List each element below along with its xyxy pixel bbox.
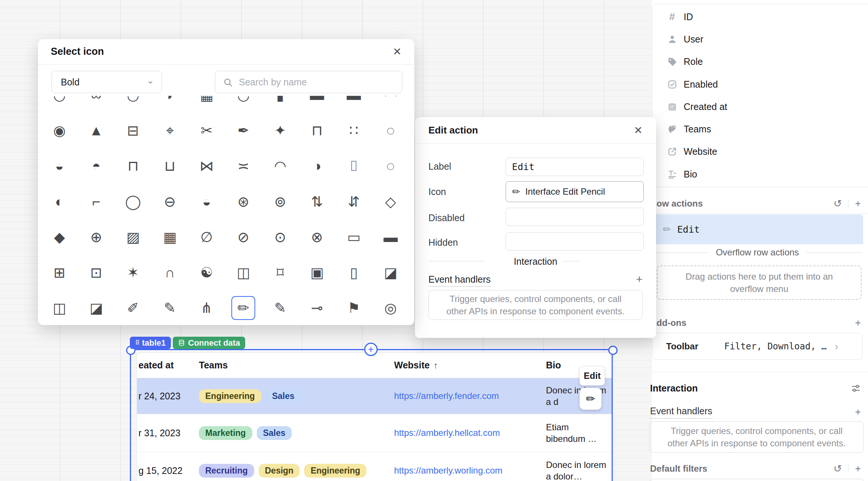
icon-rect-outline[interactable]: ▭ xyxy=(335,219,372,255)
reset-row-actions-button[interactable]: ↺ xyxy=(834,199,842,209)
icon-circle-right[interactable]: ◗ xyxy=(152,96,188,113)
icon-card-plus[interactable]: ⊞ xyxy=(41,255,78,290)
icon-pin[interactable]: ⚑ xyxy=(335,290,372,320)
icon-jar-alt[interactable]: ⊗ xyxy=(299,219,335,255)
row-action-item-edit[interactable]: ✏ Edit xyxy=(652,214,863,244)
icon-search-field[interactable] xyxy=(215,71,402,93)
column-item-teams[interactable]: Teams xyxy=(653,118,868,140)
icon-diamond-fill[interactable]: ◆ xyxy=(41,219,78,255)
add-row-action-button[interactable]: + xyxy=(855,199,861,209)
icon-jar[interactable]: ⊙ xyxy=(262,219,299,255)
icon-pen[interactable]: ✎ xyxy=(262,290,299,320)
sort-ascending-icon[interactable]: ↑ xyxy=(433,360,438,371)
row-edit-button[interactable]: ✏ xyxy=(580,388,602,410)
label-field-input[interactable] xyxy=(506,158,644,176)
icon-search-key[interactable]: ◎ xyxy=(372,290,409,320)
website-link[interactable]: https://amberly.worling.com xyxy=(394,465,502,475)
icon-eject[interactable]: ▲ xyxy=(78,113,115,148)
column-item-role[interactable]: Role xyxy=(653,51,868,73)
column-item-created-at[interactable]: Created at xyxy=(653,95,868,118)
icon-circle-quarter[interactable]: ◠ xyxy=(262,148,299,184)
column-header-created-at[interactable]: eated at xyxy=(137,360,199,371)
icon-leaf-off[interactable]: ⊘ xyxy=(225,219,262,255)
icon-diamond-drop[interactable]: ◇ xyxy=(372,184,409,219)
icon-arc-top[interactable]: ◠ xyxy=(372,96,409,113)
icon-fountain-pens[interactable]: ⋔ xyxy=(188,290,225,320)
column-item-bio[interactable]: Bio xyxy=(653,163,868,185)
icon-palette[interactable]: ☯ xyxy=(188,255,225,290)
component-name-badge[interactable]: ⠿ table1 xyxy=(130,337,171,349)
icon-corner-dotted[interactable]: ⌐ xyxy=(78,184,115,219)
icon-brush[interactable]: ✎ xyxy=(152,290,188,320)
icon-flip-vertical[interactable]: ⇵ xyxy=(335,184,372,219)
icon-pen-tilt[interactable]: ✐ xyxy=(115,290,152,320)
icon-magnet[interactable]: ∩ xyxy=(152,255,188,290)
icon-select-filled[interactable]: ▣ xyxy=(299,255,335,290)
toolbar-addon-row[interactable]: Toolbar Filter, Download, … › xyxy=(652,333,862,360)
icon-glue-bottle[interactable]: ⊕ xyxy=(78,219,115,255)
icon-circle-minus[interactable]: ⊖ xyxy=(152,184,188,219)
icon-circle-outline[interactable]: ◯ xyxy=(115,184,152,219)
icon-clipboard-copy[interactable]: ⊟ xyxy=(115,113,152,148)
icon-field-input[interactable]: ✏ Interface Edit Pencil xyxy=(506,181,644,202)
hidden-field-input[interactable] xyxy=(506,232,644,251)
icon-rings[interactable]: ⊚ xyxy=(262,184,299,219)
icon-contrast[interactable]: ◐ xyxy=(41,184,78,219)
icon-half-donut-filled[interactable]: ◓ xyxy=(78,148,115,184)
overflow-drop-zone[interactable]: Drag actions here to put them into an ov… xyxy=(657,265,862,300)
connect-data-badge[interactable]: Connect data xyxy=(173,337,245,349)
icon-sparkle[interactable]: ✶ xyxy=(115,255,152,290)
icon-infinity[interactable]: ∞ xyxy=(78,96,115,113)
column-item-enabled[interactable]: Enabled xyxy=(653,73,868,95)
icon-rect-fill[interactable]: ▬ xyxy=(372,219,409,255)
icon-bracket-filled[interactable]: ⊔ xyxy=(152,148,188,184)
icon-merge-horizontal[interactable]: ⋈ xyxy=(188,148,225,184)
search-input[interactable] xyxy=(238,76,394,88)
icon-key[interactable]: ⊸ xyxy=(299,290,335,320)
add-filter-button[interactable]: + xyxy=(855,464,861,474)
add-addon-button[interactable]: + xyxy=(855,318,861,328)
sliders-icon[interactable] xyxy=(851,383,861,393)
icon-pen-nib[interactable]: ✒ xyxy=(225,113,262,148)
add-event-handler-button[interactable]: + xyxy=(636,274,643,285)
icon-circle-dotted[interactable]: ◌ xyxy=(372,148,409,184)
icon-grid-block[interactable]: ▦ xyxy=(188,96,225,113)
icon-copy-outline[interactable]: ◫ xyxy=(41,290,78,320)
table-component[interactable]: eated at Teams Website ↑ Bio r 24, 2023E… xyxy=(137,352,612,481)
icon-style-dropdown[interactable]: Bold ⌄ xyxy=(51,71,162,93)
icon-half-donut[interactable]: ◒ xyxy=(41,148,78,184)
column-item-website[interactable]: Website xyxy=(653,141,868,163)
icon-select-outline[interactable]: ▯ xyxy=(335,255,372,290)
icon-pencil[interactable]: ✏ xyxy=(225,290,262,320)
icon-arc-small[interactable]: ◡ xyxy=(115,96,152,113)
icon-circle-split[interactable]: ◑ xyxy=(299,148,335,184)
icon-rect-wide[interactable]: ▬ xyxy=(335,96,372,113)
table-row[interactable]: r 31, 2023MarketingSaleshttps://amberly.… xyxy=(137,414,612,452)
icon-card-plus-alt[interactable]: ⊡ xyxy=(78,255,115,290)
icon-bracket-round[interactable]: ⊓ xyxy=(115,148,152,184)
icon-swap-vertical[interactable]: ⇅ xyxy=(299,184,335,219)
icon-bracket-dotted[interactable]: ⌷ xyxy=(335,148,372,184)
icon-crop[interactable]: ⌖ xyxy=(152,113,188,148)
column-header-website[interactable]: Website ↑ xyxy=(394,360,546,371)
icon-easel[interactable]: ⊓ xyxy=(299,113,335,148)
icon-arc-wide[interactable]: ◡ xyxy=(225,96,262,113)
table-row[interactable]: g 15, 2022RecruitingDesignEngineeringhtt… xyxy=(137,452,612,481)
disabled-field-input[interactable] xyxy=(506,208,644,226)
icon-scissors[interactable]: ✂ xyxy=(188,113,225,148)
icon-table[interactable]: ▦ xyxy=(152,219,188,255)
website-link[interactable]: https://amberly.fender.com xyxy=(394,391,499,401)
icon-null-sign[interactable]: ∅ xyxy=(188,219,225,255)
resize-handle-top-center[interactable]: + xyxy=(364,343,378,356)
icon-magic-wand[interactable]: ✦ xyxy=(262,113,299,148)
icon-table-off[interactable]: ▨ xyxy=(115,219,152,255)
icon-select-partial[interactable]: ◫ xyxy=(225,255,262,290)
icon-dome[interactable]: ◒ xyxy=(188,184,225,219)
close-icon[interactable]: ✕ xyxy=(634,124,643,136)
icon-dots-center[interactable]: ∷ xyxy=(335,113,372,148)
website-link[interactable]: https://amberly.hellcat.com xyxy=(394,428,500,438)
add-event-handler-button[interactable]: + xyxy=(855,407,861,417)
column-item-id[interactable]: #ID xyxy=(653,6,868,28)
icon-copy-filled[interactable]: ◪ xyxy=(78,290,115,320)
icon-select-corner[interactable]: ◪ xyxy=(372,255,409,290)
